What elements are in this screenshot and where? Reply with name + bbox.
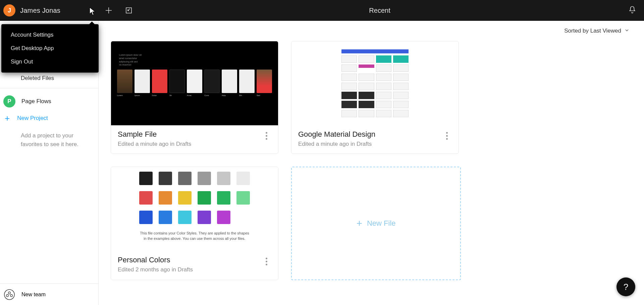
file-more-button[interactable] <box>442 130 452 140</box>
plus-icon <box>105 7 112 14</box>
thumbnail-caption-line: This file contains your Color Styles. Th… <box>140 231 249 235</box>
new-file-label: New File <box>367 219 396 228</box>
color-swatch <box>217 172 230 185</box>
file-subtitle: Edited a minute ago in Drafts <box>298 141 442 147</box>
app-header: J James Jonas Recent Account Settings Ge… <box>0 0 644 21</box>
color-swatch <box>236 191 250 205</box>
color-swatch <box>217 211 230 224</box>
svg-point-3 <box>10 294 12 296</box>
color-swatch <box>198 191 211 205</box>
sidebar-separator <box>0 88 98 88</box>
svg-point-2 <box>6 294 8 296</box>
file-more-button[interactable] <box>261 256 271 265</box>
header-user-area[interactable]: J James Jonas <box>0 4 99 16</box>
svg-point-0 <box>4 290 14 300</box>
user-name-label: James Jonas <box>20 7 60 14</box>
file-title: Personal Colors <box>118 256 261 264</box>
sidebar-item-label: Deleted Files <box>21 75 54 82</box>
menu-account-settings[interactable]: Account Settings <box>1 28 99 42</box>
color-swatch <box>139 191 153 205</box>
plus-icon: + <box>5 114 10 123</box>
file-subtitle: Edited a minute ago in Drafts <box>118 141 261 147</box>
team-avatar: P <box>3 95 15 107</box>
svg-point-1 <box>8 292 10 294</box>
menu-get-desktop-app[interactable]: Get Desktop App <box>1 42 99 55</box>
color-swatch <box>139 211 153 224</box>
color-swatch <box>198 172 211 185</box>
color-swatch <box>178 172 192 185</box>
plus-icon: + <box>356 218 362 229</box>
file-grid: Lorem ipsum dolor sitamet consecteturadi… <box>111 41 632 280</box>
user-dropdown-menu: Account Settings Get Desktop App Sign Ou… <box>1 24 99 73</box>
new-file-tile[interactable]: + New File <box>291 167 461 280</box>
new-project-label: New Project <box>17 115 48 122</box>
thumbnail-caption-line: in the examples above. You can use them … <box>144 236 245 241</box>
file-title: Sample File <box>118 130 261 139</box>
file-subtitle: Edited 2 months ago in Drafts <box>118 266 261 273</box>
new-file-header-button[interactable] <box>99 0 119 21</box>
file-card[interactable]: Lorem ipsum dolor sitamet consecteturadi… <box>111 41 278 154</box>
color-swatch <box>159 191 172 205</box>
sort-dropdown[interactable]: Sorted by Last Viewed <box>111 21 632 41</box>
sort-label: Sorted by Last Viewed <box>564 28 621 34</box>
color-swatch <box>236 172 250 185</box>
color-swatch <box>217 191 230 205</box>
sidebar-team-row[interactable]: P Page Flows <box>0 93 98 110</box>
page-title: Recent <box>139 7 621 14</box>
new-team-button[interactable]: New team <box>0 284 98 305</box>
color-swatch <box>178 211 192 224</box>
new-team-label: New team <box>21 292 46 298</box>
color-swatch <box>159 172 172 185</box>
team-name-label: Page Flows <box>21 98 51 105</box>
file-thumbnail <box>291 41 459 125</box>
file-title: Google Material Design <box>298 130 442 139</box>
help-button[interactable]: ? <box>616 277 635 296</box>
notifications-button[interactable] <box>628 5 637 15</box>
file-card[interactable]: This file contains your Color Styles. Th… <box>111 167 278 280</box>
color-swatch <box>159 211 172 224</box>
file-more-button[interactable] <box>261 130 271 140</box>
file-thumbnail: This file contains your Color Styles. Th… <box>111 167 278 251</box>
menu-sign-out[interactable]: Sign Out <box>1 55 99 69</box>
file-thumbnail: Lorem ipsum dolor sitamet consecteturadi… <box>111 41 278 125</box>
color-swatch <box>139 172 153 185</box>
new-project-button[interactable]: + New Project <box>0 110 98 127</box>
bell-icon <box>628 5 637 14</box>
mouse-cursor-icon <box>89 7 96 16</box>
import-icon <box>125 6 133 14</box>
color-swatch <box>178 191 192 205</box>
file-card[interactable]: Google Material Design Edited a minute a… <box>291 41 459 154</box>
main-content: Sorted by Last Viewed Lorem ipsum dolor … <box>99 21 644 305</box>
team-icon <box>3 289 15 301</box>
user-avatar[interactable]: J <box>3 4 15 16</box>
chevron-down-icon <box>625 28 629 34</box>
favorites-hint-text: Add a project to your favorites to see i… <box>0 127 80 148</box>
import-button[interactable] <box>119 0 139 21</box>
color-swatch <box>198 211 211 224</box>
